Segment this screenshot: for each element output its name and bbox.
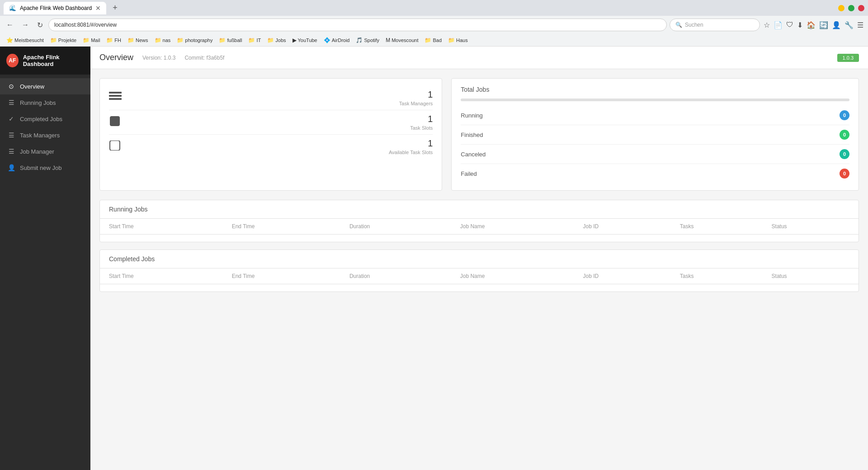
bookmark-icon: ▶ [292,37,297,43]
reload-button[interactable]: ↻ [34,19,46,31]
sidebar-item-running-jobs[interactable]: ☰Running Jobs [0,94,90,111]
completed-jobs-section: Completed Jobs Start TimeEnd TimeDuratio… [99,249,859,292]
bookmark-icon: 💠 [324,37,330,43]
available-slots-label: Available Task Slots [389,150,433,155]
job-status-badge-running: 0 [840,110,849,120]
completed-jobs-empty-row [100,284,859,292]
bookmark-label: nas [163,38,171,43]
menu-icon[interactable]: ☰ [856,20,864,30]
running-jobs-col: Tasks [671,219,763,235]
bookmark-label: IT [256,38,261,43]
sidebar-item-icon-overview: ⊙ [7,83,15,90]
completed-jobs-col: Job ID [574,268,670,284]
bookmark-icon: 📁 [267,37,274,43]
bookmark-youtube[interactable]: ▶YouTube [290,36,320,44]
minimize-button[interactable] [838,5,844,11]
job-status-label-finished: Finished [461,132,840,138]
profile-icon[interactable]: 👤 [831,20,842,30]
job-status-badge-finished: 0 [840,130,849,140]
job-status-row-running: Running 0 [461,106,849,125]
bookmark-news[interactable]: 📁News [125,36,151,44]
back-button[interactable]: ← [4,19,16,31]
job-status-badge-failed: 0 [840,169,849,179]
bookmark-icon: 📁 [425,37,431,43]
bookmark-mail[interactable]: 📁Mail [80,36,103,44]
forward-button[interactable]: → [19,19,32,31]
bookmark-label: photography [185,38,212,43]
bookmark-haus[interactable]: 📁Haus [445,36,471,44]
bookmark-icon: M [386,37,390,43]
job-status-badge-canceled: 0 [840,149,849,159]
bookmark-fussball[interactable]: 📁fußball [216,36,245,44]
task-slots-stat: 1 Task Slots [109,110,433,135]
completed-jobs-header-row: Start TimeEnd TimeDurationJob NameJob ID… [100,268,859,284]
home-icon[interactable]: 🏠 [806,20,816,30]
tab-close-button[interactable]: ✕ [95,5,101,12]
main-header: Overview Version: 1.0.3 Commit: f3a6b5f … [90,47,868,69]
sidebar-item-job-manager[interactable]: ☰Job Manager [0,143,90,160]
bookmark-label: Jobs [275,38,286,43]
bookmark-icon: 📁 [83,37,90,43]
bookmark-nas[interactable]: 📁nas [152,36,174,44]
running-jobs-thead: Start TimeEnd TimeDurationJob NameJob ID… [100,219,859,235]
bookmark-star-icon[interactable]: ☆ [763,20,771,30]
running-jobs-col: Status [763,219,859,235]
sidebar-item-completed-jobs[interactable]: ✓Completed Jobs [0,111,90,127]
bookmark-fh[interactable]: 📁FH [104,36,124,44]
pocket-icon[interactable]: 🛡 [785,20,794,30]
new-tab-button[interactable]: + [110,2,120,14]
sync-icon[interactable]: 🔄 [818,20,829,30]
sidebar-item-icon-running-jobs: ☰ [7,99,15,106]
task-slots-label: Task Slots [410,125,433,131]
search-icon: 🔍 [675,22,682,28]
bookmark-photography[interactable]: 📁photography [174,36,215,44]
bookmark-label: Bad [433,38,442,43]
bookmark-icon: 📁 [127,37,134,43]
url-display: localhost:8081/#/overview [54,22,661,28]
bookmark-icon: 📁 [248,37,255,43]
sidebar-item-task-managers[interactable]: ☰Task Managers [0,127,90,143]
bookmark-icon: 📁 [50,37,57,43]
bookmark-airdroid[interactable]: 💠AirDroid [321,36,353,44]
browser-tab[interactable]: 🌊 Apache Flink Web Dashboard ✕ [4,2,106,14]
running-jobs-empty-row [100,235,859,242]
commit-label: Commit: f3a6b5f [184,55,224,61]
address-bar[interactable]: localhost:8081/#/overview [48,19,667,31]
bookmark-icon: 📁 [448,37,455,43]
sidebar-item-label-running-jobs: Running Jobs [20,99,56,106]
bookmark-label: Spotify [364,38,379,43]
maximize-button[interactable] [848,5,854,11]
bookmark-spotify[interactable]: 🎵Spotify [353,36,382,44]
bookmark-it[interactable]: 📁IT [245,36,264,44]
completed-jobs-header: Completed Jobs [100,250,859,268]
extension-icon[interactable]: 🔧 [844,20,854,30]
running-jobs-col: End Time [223,219,340,235]
close-button[interactable] [858,5,864,11]
page-title: Overview [99,53,133,62]
bookmark-jobs[interactable]: 📁Jobs [264,36,288,44]
bookmark-meistbesucht[interactable]: ⭐Meistbesucht [4,36,47,44]
bookmark-label: Meistbesucht [14,38,44,43]
job-status-row-failed: Failed 0 [461,164,849,183]
sidebar-item-submit-new-job[interactable]: 👤Submit new Job [0,160,90,176]
completed-jobs-col: Start Time [100,268,223,284]
running-jobs-table: Start TimeEnd TimeDurationJob NameJob ID… [100,219,859,242]
bookmark-projekte[interactable]: 📁Projekte [47,36,79,44]
search-placeholder: Suchen [685,22,703,28]
navigation-bar: ← → ↻ localhost:8081/#/overview 🔍 Suchen… [0,16,868,34]
sidebar: AF Apache Flink Dashboard ⊙Overview☰Runn… [0,47,90,470]
task-managers-value: 1 [399,89,433,100]
download-icon[interactable]: ⬇ [796,20,804,30]
bookmark-bad[interactable]: 📁Bad [422,36,444,44]
bookmark-label: Haus [456,38,468,43]
sidebar-item-overview[interactable]: ⊙Overview [0,78,90,94]
sidebar-item-label-job-manager: Job Manager [20,148,54,155]
available-slots-icon [109,141,121,153]
bookmark-icon: 📁 [177,37,184,43]
completed-jobs-col: Job Name [451,268,574,284]
reader-mode-icon[interactable]: 📄 [773,20,783,30]
search-bar[interactable]: 🔍 Suchen [670,19,760,31]
running-jobs-col: Job ID [574,219,670,235]
available-slots-value: 1 [389,138,433,149]
bookmark-movescount[interactable]: MMovescount [383,36,421,44]
